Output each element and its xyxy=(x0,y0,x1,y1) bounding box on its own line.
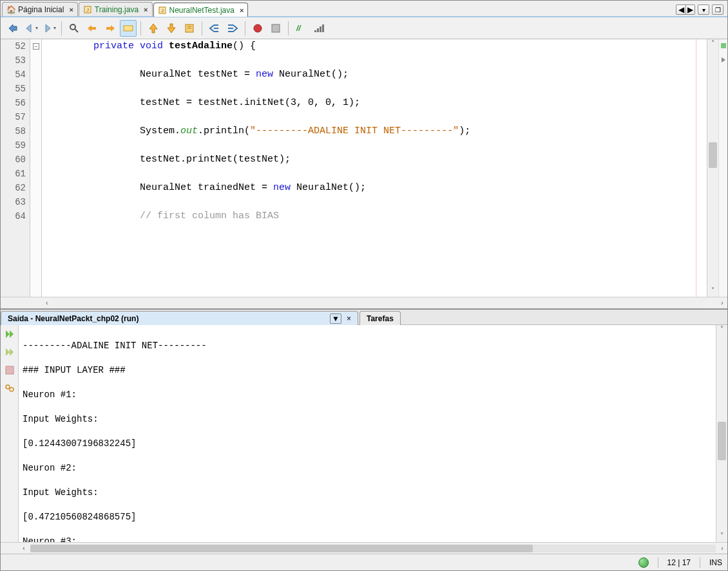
stop-button[interactable] xyxy=(3,364,16,377)
editor-marker-strip xyxy=(718,39,727,297)
console-line: Input Weights: xyxy=(23,487,712,499)
status-separator xyxy=(658,557,658,568)
caret-marker-icon xyxy=(722,57,725,62)
code-token: new xyxy=(273,182,291,193)
run-button[interactable] xyxy=(3,346,16,359)
line-number: 54 xyxy=(1,68,30,82)
previous-bookmark-button[interactable] xyxy=(145,20,162,37)
settings-button[interactable] xyxy=(3,382,16,395)
line-number: 64 xyxy=(1,209,30,223)
console-horizontal-scrollbar[interactable]: ‹ › xyxy=(1,542,727,554)
chevron-down-icon: ▾ xyxy=(702,6,705,14)
next-bookmark-button[interactable] xyxy=(163,20,180,37)
toggle-bookmark-button[interactable] xyxy=(181,20,198,37)
scroll-right-icon[interactable]: › xyxy=(717,545,727,552)
svg-rect-22 xyxy=(317,28,319,32)
scroll-left-icon[interactable]: ‹ xyxy=(19,545,29,552)
console-line: Neuron #1: xyxy=(23,389,712,401)
cursor-position: 12 | 17 xyxy=(667,558,691,567)
console-line: [0.12443007196832245] xyxy=(23,438,712,450)
editor-horizontal-scrollbar[interactable]: ‹ › xyxy=(1,297,727,308)
find-next-button[interactable] xyxy=(102,20,119,37)
editor-vertical-scrollbar[interactable]: ˄ ˅ xyxy=(707,39,718,297)
console-vertical-scrollbar[interactable]: ˄ ˅ xyxy=(716,325,727,542)
code-token: testAdaline xyxy=(169,41,233,51)
tab-scroll-buttons[interactable]: ◀ ▶ xyxy=(676,5,695,15)
scroll-right-icon[interactable]: › xyxy=(717,299,727,306)
insert-mode[interactable]: INS xyxy=(709,558,722,567)
tab-label: Página Inicial xyxy=(18,5,64,14)
scroll-right-icon[interactable]: ▶ xyxy=(685,5,694,14)
svg-rect-21 xyxy=(314,30,316,32)
uncomment-button[interactable] xyxy=(311,20,327,37)
window-icon: ❐ xyxy=(715,6,721,14)
scrollbar-thumb[interactable] xyxy=(30,545,533,552)
menu-icon[interactable]: ▼ xyxy=(330,314,341,324)
code-token: new xyxy=(256,69,273,80)
code-token: System. xyxy=(140,126,180,136)
code-token: void xyxy=(140,41,163,51)
scroll-left-icon[interactable]: ‹ xyxy=(42,299,52,306)
code-token: // first column has BIAS xyxy=(140,211,279,221)
toolbar-separator xyxy=(202,21,202,35)
toolbar-separator xyxy=(140,21,141,35)
status-separator xyxy=(700,557,700,568)
close-icon[interactable]: × xyxy=(240,6,244,14)
toolbar-separator xyxy=(245,21,245,35)
last-edit-button[interactable] xyxy=(5,20,21,37)
find-previous-button[interactable] xyxy=(84,20,101,37)
close-icon[interactable]: × xyxy=(144,6,148,14)
java-file-icon: J xyxy=(158,6,167,15)
tab-label: Training.java xyxy=(95,5,139,14)
start-macro-button[interactable] xyxy=(249,20,266,37)
toggle-highlight-button[interactable] xyxy=(120,20,137,37)
scroll-up-icon[interactable]: ˄ xyxy=(707,39,718,50)
console-line: Input Weights: xyxy=(23,413,712,426)
console-line: Neuron #3: xyxy=(23,536,712,542)
scroll-up-icon[interactable]: ˄ xyxy=(716,325,727,335)
tab-label: NeuralNetTest.java xyxy=(169,6,235,15)
close-icon[interactable]: × xyxy=(347,314,351,323)
network-status-icon[interactable] xyxy=(638,557,649,568)
output-toolbar xyxy=(1,325,19,542)
stop-macro-button[interactable] xyxy=(267,20,284,37)
tab-tasks[interactable]: Tarefas xyxy=(359,311,401,325)
code-body[interactable]: private void testAdaline() { NeuralNet t… xyxy=(42,39,707,297)
scroll-left-icon[interactable]: ◀ xyxy=(676,5,685,14)
console-line: ---------ADALINE INIT NET--------- xyxy=(23,340,712,352)
java-file-icon: J xyxy=(83,5,92,14)
svg-rect-8 xyxy=(124,26,133,31)
code-token: NeuralNet testNet = xyxy=(140,69,256,80)
dropdown-button[interactable]: ▾ xyxy=(698,5,709,15)
editor-toolbar: ▾ ▾ // xyxy=(1,17,727,39)
comment-button[interactable]: // xyxy=(292,20,309,37)
tab-training-java[interactable]: J Training.java × xyxy=(79,2,153,16)
scroll-down-icon[interactable]: ˅ xyxy=(707,286,718,297)
scroll-down-icon[interactable]: ˅ xyxy=(716,532,727,542)
tab-pagina-inicial[interactable]: 🏠 Página Inicial × xyxy=(2,2,78,16)
svg-rect-24 xyxy=(322,24,324,32)
error-stripe-marker[interactable] xyxy=(721,43,726,48)
tab-output[interactable]: Saída - NeuralNetPackt_chp02 (run) ▼ × xyxy=(1,311,358,325)
line-number: 60 xyxy=(1,153,30,167)
scrollbar-thumb[interactable] xyxy=(709,142,717,168)
console-output[interactable]: ---------ADALINE INIT NET--------- ### I… xyxy=(19,325,716,542)
line-number: 58 xyxy=(1,124,30,138)
shift-right-button[interactable] xyxy=(224,20,241,37)
tab-neuralnettest-java[interactable]: J NeuralNetTest.java × xyxy=(153,3,249,17)
svg-text://: // xyxy=(296,24,302,33)
close-icon[interactable]: × xyxy=(69,6,73,14)
fold-toggle[interactable]: − xyxy=(33,43,39,50)
home-icon: 🏠 xyxy=(6,5,15,14)
maximize-button[interactable]: ❐ xyxy=(712,5,723,15)
back-button[interactable]: ▾ xyxy=(23,20,39,37)
forward-button[interactable]: ▾ xyxy=(41,20,57,37)
shift-left-button[interactable] xyxy=(206,20,223,37)
code-token: NeuralNet(); xyxy=(273,69,349,80)
line-number-gutter: 52 53 54 55 56 57 58 59 60 61 62 63 64 xyxy=(1,39,30,297)
scrollbar-thumb[interactable] xyxy=(718,422,726,460)
code-token: NeuralNet trainedNet = xyxy=(140,182,273,193)
find-selection-button[interactable] xyxy=(66,20,82,37)
rerun-button[interactable] xyxy=(3,328,16,341)
svg-rect-19 xyxy=(272,24,280,32)
